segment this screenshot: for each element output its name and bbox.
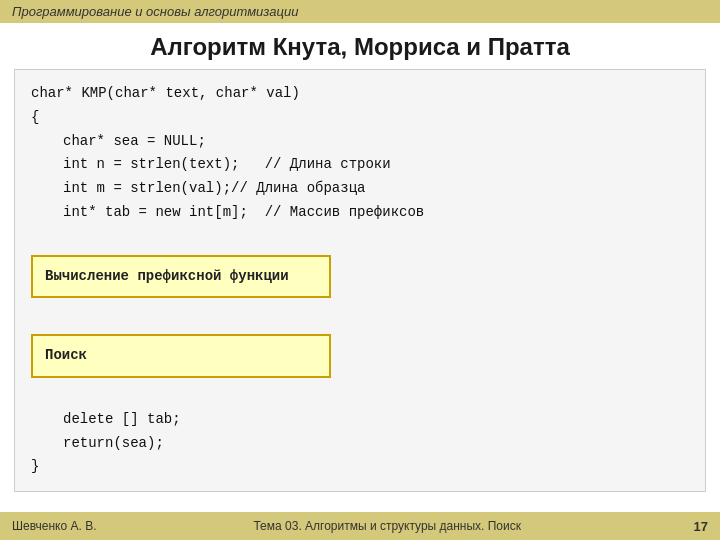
- footer: Шевченко А. В. Тема 03. Алгоритмы и стру…: [0, 512, 720, 540]
- code-line-6: int* tab = new int[m]; // Массив префикс…: [31, 201, 689, 225]
- code-line-9: }: [31, 455, 689, 479]
- footer-page: 17: [678, 519, 708, 534]
- code-spacer-2: [31, 304, 689, 328]
- code-line-0: char* KMP(char* text, char* val): [31, 82, 689, 106]
- code-line-8: return(sea);: [31, 432, 689, 456]
- code-line-1: {: [31, 106, 689, 130]
- title-area: Алгоритм Кнута, Морриса и Пратта: [0, 23, 720, 69]
- code-area: char* KMP(char* text, char* val) { char*…: [14, 69, 706, 492]
- footer-topic: Тема 03. Алгоритмы и структуры данных. П…: [96, 519, 678, 533]
- code-spacer-1: [31, 225, 689, 249]
- code-line-7: delete [] tab;: [31, 408, 689, 432]
- code-line-5: int m = strlen(val);// Длина образца: [31, 177, 689, 201]
- header: Программирование и основы алгоритмизации: [0, 0, 720, 23]
- code-line-4: int n = strlen(text); // Длина строки: [31, 153, 689, 177]
- code-spacer-3: [31, 384, 689, 408]
- header-text: Программирование и основы алгоритмизации: [12, 4, 298, 19]
- highlight-box-prefix: Вычисление префиксной функции: [31, 255, 331, 299]
- main-title: Алгоритм Кнута, Морриса и Пратта: [150, 33, 570, 60]
- footer-author: Шевченко А. В.: [12, 519, 96, 533]
- highlight-box-search: Поиск: [31, 334, 331, 378]
- code-line-3: char* sea = NULL;: [31, 130, 689, 154]
